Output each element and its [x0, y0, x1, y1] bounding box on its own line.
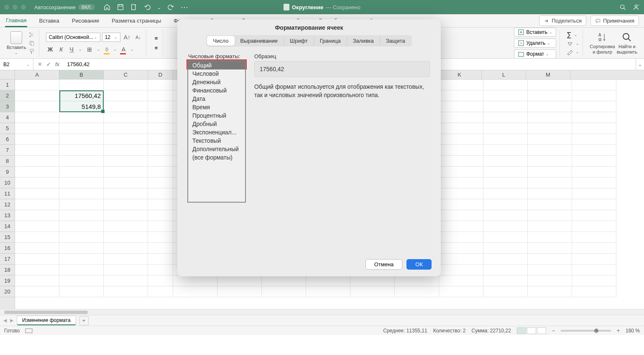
format-cells-button[interactable]: Формат⌄	[514, 49, 556, 59]
row-header-9[interactable]: 9	[0, 167, 15, 178]
font-size-select[interactable]: 12⌄	[102, 33, 120, 42]
redo-icon[interactable]	[167, 3, 175, 11]
share-button[interactable]: Поделиться	[539, 15, 586, 26]
copy-icon[interactable]	[28, 40, 36, 46]
tab-draw[interactable]: Рисование	[71, 15, 100, 26]
fill-color-button[interactable]: ◊	[104, 45, 110, 54]
col-header-c[interactable]: C	[104, 70, 148, 79]
row-header-14[interactable]: 14	[0, 221, 15, 232]
sort-filter-button[interactable]: AЯ Сортировка и фильтр	[590, 31, 615, 54]
row-header-15[interactable]: 15	[0, 232, 15, 243]
expand-formula-bar[interactable]: ⌄	[636, 59, 644, 70]
tab-page-layout[interactable]: Разметка страницы	[111, 15, 162, 26]
format-item-11[interactable]: (все форматы)	[188, 153, 245, 162]
fx-icon[interactable]: fx	[55, 61, 59, 67]
zoom-slider[interactable]	[561, 330, 611, 332]
cut-icon[interactable]	[28, 31, 36, 38]
format-item-4[interactable]: Дата	[188, 95, 245, 103]
format-item-6[interactable]: Процентный	[188, 111, 245, 120]
row-header-19[interactable]: 19	[0, 275, 15, 286]
row-header-2[interactable]: 2	[0, 90, 15, 101]
fill-icon[interactable]	[567, 40, 573, 47]
undo-dropdown[interactable]: ⌄	[157, 4, 161, 10]
zoom-level[interactable]: 160 %	[626, 328, 640, 334]
format-item-9[interactable]: Текстовый	[188, 136, 245, 145]
row-header-16[interactable]: 16	[0, 243, 15, 254]
row-header-1[interactable]: 1	[0, 80, 15, 90]
col-header-k[interactable]: K	[437, 70, 482, 79]
format-painter-icon[interactable]	[28, 48, 36, 55]
minimize-window[interactable]	[13, 5, 18, 10]
row-header-3[interactable]: 3	[0, 101, 15, 112]
new-icon[interactable]	[130, 3, 138, 11]
font-family-select[interactable]: Calibri (Основной...⌄	[46, 33, 100, 42]
dialog-tab-fill[interactable]: Заливка	[347, 36, 380, 46]
dialog-tab-number[interactable]: Число	[207, 36, 234, 46]
format-item-7[interactable]: Дробный	[188, 120, 245, 128]
format-item-8[interactable]: Экспоненциал...	[188, 128, 245, 136]
row-header-4[interactable]: 4	[0, 112, 15, 123]
col-header-l[interactable]: L	[482, 70, 526, 79]
format-item-0[interactable]: Общий	[188, 61, 245, 69]
insert-cells-button[interactable]: Вставить⌄	[514, 28, 556, 37]
format-category-list[interactable]: ОбщийЧисловойДенежныйФинансовыйДатаВремя…	[187, 60, 246, 203]
delete-cells-button[interactable]: Удалить⌄	[514, 39, 556, 48]
col-header-d[interactable]: D	[148, 70, 173, 79]
tab-home[interactable]: Главная	[5, 15, 27, 27]
row-header-12[interactable]: 12	[0, 199, 15, 210]
format-item-5[interactable]: Время	[188, 103, 245, 111]
accessibility-icon[interactable]	[25, 328, 33, 334]
share-icon[interactable]	[632, 3, 640, 11]
row-header-8[interactable]: 8	[0, 156, 15, 167]
font-color-button[interactable]: А	[120, 45, 127, 54]
cancel-formula-icon[interactable]: ✕	[38, 61, 42, 67]
maximize-window[interactable]	[21, 5, 26, 10]
add-sheet-button[interactable]: +	[79, 316, 89, 325]
row-header-7[interactable]: 7	[0, 145, 15, 156]
align-top-icon[interactable]: ≡	[153, 34, 160, 42]
name-box[interactable]: B2⌄	[0, 59, 33, 70]
select-all-corner[interactable]	[0, 70, 15, 79]
close-window[interactable]	[4, 5, 9, 10]
col-header-m[interactable]: M	[526, 70, 570, 79]
bold-button[interactable]: Ж	[46, 45, 55, 54]
col-header-b[interactable]: B	[59, 70, 104, 79]
normal-view-button[interactable]	[517, 327, 526, 334]
autosave-toggle[interactable]: ВКЛ.	[78, 4, 95, 10]
row-header-17[interactable]: 17	[0, 254, 15, 265]
page-break-view-button[interactable]	[537, 327, 546, 334]
align-left-icon[interactable]: ≡	[153, 44, 160, 52]
clear-icon[interactable]	[567, 49, 573, 55]
tab-insert[interactable]: Вставка	[38, 15, 60, 26]
undo-icon[interactable]	[143, 3, 151, 11]
page-layout-view-button[interactable]	[527, 327, 536, 334]
border-button[interactable]: ⊞	[85, 45, 94, 54]
find-select-button[interactable]: Найти и выделить	[617, 31, 637, 54]
sheet-nav-next[interactable]: ▶	[10, 318, 13, 323]
italic-button[interactable]: К	[58, 45, 64, 54]
row-header-20[interactable]: 20	[0, 286, 15, 297]
dialog-tab-border[interactable]: Граница	[314, 36, 347, 46]
ok-button[interactable]: ОК	[406, 259, 432, 270]
dialog-tab-protection[interactable]: Защита	[380, 36, 411, 46]
home-icon[interactable]	[103, 3, 111, 11]
cancel-button[interactable]: Отмена	[365, 259, 403, 270]
zoom-out-button[interactable]: −	[552, 328, 555, 334]
row-header-5[interactable]: 5	[0, 123, 15, 134]
format-item-10[interactable]: Дополнительный	[188, 145, 245, 153]
row-header-10[interactable]: 10	[0, 178, 15, 188]
col-header-a[interactable]: A	[15, 70, 59, 79]
search-icon[interactable]	[619, 3, 626, 11]
dialog-tab-font[interactable]: Шрифт	[284, 36, 314, 46]
zoom-in-button[interactable]: +	[617, 328, 620, 334]
autosum-icon[interactable]: ∑	[567, 31, 571, 39]
row-header-13[interactable]: 13	[0, 210, 15, 221]
underline-button[interactable]: Ч	[68, 45, 75, 54]
save-icon[interactable]	[117, 3, 124, 11]
qat-more-icon[interactable]: ⋯	[181, 3, 188, 12]
paste-button[interactable]: Вставить ⌄	[7, 31, 26, 55]
comments-button[interactable]: Примечания	[590, 15, 639, 26]
row-header-11[interactable]: 11	[0, 188, 15, 199]
row-header-6[interactable]: 6	[0, 134, 15, 145]
dialog-tab-alignment[interactable]: Выравнивание	[235, 36, 284, 46]
